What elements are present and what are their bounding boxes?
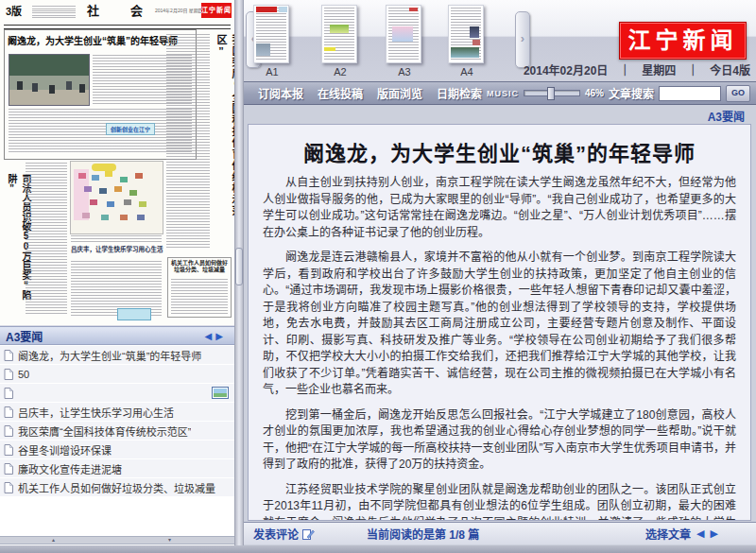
nav-date-search-link[interactable]: 日期检索 xyxy=(437,85,482,101)
date-bar: 2014年02月20日 ｜ 星期四 ｜ 今日4版 xyxy=(524,63,750,78)
thumbnail-label: A1 xyxy=(253,66,291,78)
list-item[interactable]: 阚逸龙，为大学生创业“筑巢”的年轻导师 xyxy=(0,346,234,364)
comment-icon xyxy=(302,527,315,540)
list-item-label: 50 xyxy=(18,369,29,380)
music-volume-slider[interactable] xyxy=(524,90,580,96)
article-paragraph: 阚逸龙是连云港赣榆县人，家境并不富裕的他从小就有一个创业梦。到南京工程学院读大学… xyxy=(263,250,736,399)
preview-boxed-headline: 机关工作人员如何做好垃圾分类、垃圾减量 xyxy=(170,260,229,273)
page-thumbnail-a3[interactable]: A3 xyxy=(386,5,423,78)
scroll-up-icon[interactable]: ▴ xyxy=(52,537,55,544)
thumbnail-image xyxy=(321,5,357,63)
article-reading-panel: 阚逸龙，为大学生创业“筑巢”的年轻导师 从自主创业到扶持别人创业，南京工程学院在… xyxy=(248,124,751,521)
page-thumbnail-a1[interactable]: A1 xyxy=(253,5,291,78)
music-label: MUSIC xyxy=(487,89,519,98)
collage-shape xyxy=(92,164,116,171)
preview-section-title: 社 会 xyxy=(87,4,152,19)
newspaper-page-preview[interactable]: 3版 社 会 2014年2月20日 星期四 江宁新闻 阚逸龙，为大学生创业“筑巢… xyxy=(0,0,234,326)
document-icon xyxy=(4,482,13,493)
article-title: 阚逸龙，为大学生创业“筑巢”的年轻导师 xyxy=(258,136,741,166)
horizontal-scrollbar[interactable]: ▴ ▾ xyxy=(0,536,234,544)
nav-right-cluster: MUSIC 46% 文章搜索 GO xyxy=(487,85,756,102)
select-article-label: 选择文章 xyxy=(645,526,691,542)
document-icon xyxy=(4,350,13,361)
next-list-icon[interactable]: ▶ xyxy=(215,331,227,341)
reader-panel: ‹ A1 A2 A3 A4 › 江宁新闻 2014年02月20日 ｜ 星期四 ｜… xyxy=(244,0,756,545)
slider-thumb-icon[interactable] xyxy=(547,87,555,100)
next-article-icon[interactable]: ▶ xyxy=(711,527,718,540)
thumbnail-patch xyxy=(387,6,421,62)
list-item-label: 谷里冬训增设环保课 xyxy=(18,442,112,458)
list-item[interactable]: 50 xyxy=(0,365,234,383)
list-item-label: 阚逸龙，为大学生创业“筑巢”的年轻导师 xyxy=(18,348,201,363)
list-item[interactable] xyxy=(0,384,234,402)
prev-list-icon[interactable]: ◀ xyxy=(205,331,216,341)
list-nav-arrows: ◀▶ xyxy=(205,331,227,341)
list-item-label: 廉政文化宣传走进泥塘 xyxy=(18,461,122,476)
list-item[interactable]: 吕庆丰，让学生快乐学习用心生活 xyxy=(0,403,234,421)
thumbnail-label: A4 xyxy=(448,66,486,78)
preview-masthead-info xyxy=(32,6,76,20)
thumbnail-label: A2 xyxy=(321,66,359,78)
post-comment-button[interactable]: 发表评论 xyxy=(253,526,315,542)
window-bottom-edge xyxy=(0,545,756,553)
volume-percent: 46% xyxy=(585,88,604,98)
document-icon xyxy=(4,406,13,418)
vertical-scrollbar[interactable] xyxy=(234,0,244,545)
list-item-label: 我区荣膺“全国科技体育传统校示范区” xyxy=(18,423,191,439)
image-icon xyxy=(212,387,229,399)
preview-text-block xyxy=(9,109,192,154)
document-icon xyxy=(4,463,13,475)
next-pages-button[interactable]: › xyxy=(515,11,530,68)
document-icon xyxy=(4,369,13,380)
preview-collage-image xyxy=(70,161,163,234)
preview-column-banner: 创新创业在江宁 xyxy=(106,123,155,135)
scrollbar-thumb[interactable] xyxy=(235,248,243,285)
nav-subscribe-link[interactable]: 订阅本报 xyxy=(258,85,303,101)
thumbnail-image xyxy=(253,5,289,63)
nav-browse-pages-link[interactable]: 版面浏览 xyxy=(377,85,422,101)
page-thumbnail-strip: ‹ A1 A2 A3 A4 › 江宁新闻 2014年02月20日 ｜ 星期四 ｜… xyxy=(244,0,756,81)
scroll-down-icon[interactable]: ▾ xyxy=(168,537,171,544)
page-thumbnail-a2[interactable]: A2 xyxy=(321,5,359,78)
article-paragraph: 挖到第一桶金后，阚逸龙开始反思怎么回报社会。“江宁大学城建立了180创意园，高校… xyxy=(263,407,736,474)
preview-text-block xyxy=(71,235,162,243)
article-search-label: 文章搜索 xyxy=(609,85,654,101)
list-item[interactable]: 机关工作人员如何做好垃圾分类、垃圾减量 xyxy=(0,478,234,496)
list-item[interactable]: 廉政文化宣传走进泥塘 xyxy=(0,459,234,477)
thumbnail-label: A3 xyxy=(386,66,423,78)
thumbnail-patch xyxy=(254,6,288,62)
list-item-label: 机关工作人员如何做好垃圾分类、垃圾减量 xyxy=(18,480,215,495)
search-input[interactable] xyxy=(659,86,721,101)
preview-page-number: 3版 xyxy=(6,5,22,18)
preview-lead-photo xyxy=(9,54,90,106)
brand-logo: 江宁新闻 xyxy=(619,22,747,60)
thumbnail-image xyxy=(386,5,421,63)
thumbnail-image xyxy=(448,5,484,63)
article-paragraph: 从自主创业到扶持别人创业，南京工程学院在读大学生阚逸龙虽然年纪不大，但经常为他人… xyxy=(263,175,736,241)
main-navigation-bar: 订阅本报 在线投稿 版面浏览 日期检索 MUSIC 46% 文章搜索 GO xyxy=(244,81,756,105)
preview-headline-mid[interactable]: 吕庆丰，让学生快乐学习用心生活 xyxy=(71,246,163,253)
article-list-title: A3要闻 xyxy=(6,328,43,344)
page-thumbnail-a4[interactable]: A4 xyxy=(448,5,486,78)
preview-boxed-article[interactable]: 机关工作人员如何做好垃圾分类、垃圾减量 xyxy=(167,257,232,318)
prev-article-icon[interactable]: ◀ xyxy=(696,527,704,540)
preview-masthead-logo: 江宁新闻 xyxy=(201,3,232,18)
article-list: 阚逸龙，为大学生创业“筑巢”的年轻导师 50 吕庆丰，让学生快乐学习用心生活 我… xyxy=(0,346,234,497)
nav-submit-link[interactable]: 在线投稿 xyxy=(318,85,363,101)
list-item[interactable]: 谷里冬训增设环保课 xyxy=(0,441,234,458)
preview-text-block xyxy=(171,279,228,315)
document-icon xyxy=(4,425,13,437)
preview-date: 2014年2月20日 星期四 xyxy=(155,8,203,13)
article-list-header: A3要闻 ◀▶ xyxy=(0,326,234,345)
article-paragraph: 江苏经贸职业技术学院的聚星创业团队就是阚逸龙帮助创业的团队之一。该团队正式创立于… xyxy=(263,482,736,522)
list-item[interactable]: 我区荣膺“全国科技体育传统校示范区” xyxy=(0,422,234,440)
comment-label: 发表评论 xyxy=(253,526,299,542)
thumbnail-patch xyxy=(449,6,483,62)
select-article-control[interactable]: 选择文章 ◀ ▶ xyxy=(645,526,718,542)
document-icon xyxy=(4,388,13,399)
search-go-button[interactable]: GO xyxy=(726,85,750,102)
preview-lead-headline[interactable]: 阚逸龙，为大学生创业“筑巢”的年轻导师 xyxy=(8,35,193,47)
section-link[interactable]: A3要闻 xyxy=(708,108,745,124)
reader-footer-bar: 发表评论 当前阅读的是第 1/8 篇 选择文章 ◀ ▶ xyxy=(244,522,756,544)
preview-highlight-box xyxy=(117,308,151,320)
